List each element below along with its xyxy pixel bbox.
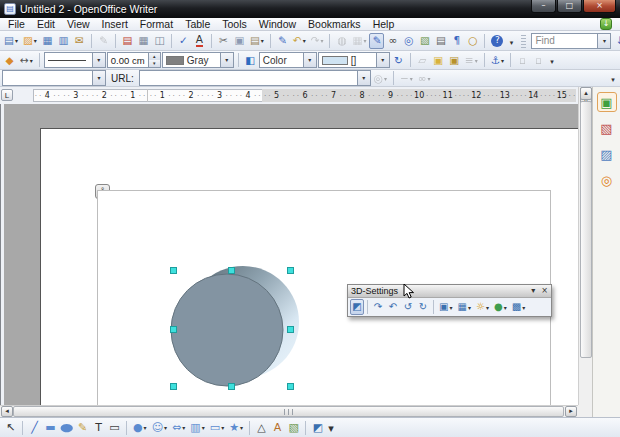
scroll-up-button[interactable]: ▴ xyxy=(580,87,592,100)
format-paintbrush-button[interactable]: ✎▾ xyxy=(275,33,290,49)
area-style-button[interactable]: ◧▾ xyxy=(243,52,258,68)
paste-button[interactable]: ▤▾ xyxy=(248,33,266,49)
surface-button[interactable]: ●▾ xyxy=(492,299,509,315)
drawing-toolbar-overflow-button[interactable]: ▾▾ xyxy=(326,420,336,436)
document-area[interactable]: ⚓ 3D-Settings xyxy=(4,104,578,405)
selection-handle[interactable] xyxy=(287,267,294,274)
send-to-back-button[interactable]: ▣▾ xyxy=(447,52,462,68)
symbol-shapes-button[interactable]: ☺▾ xyxy=(150,420,169,436)
selection-handle[interactable] xyxy=(170,326,177,333)
maximize-button[interactable]: □ xyxy=(557,0,582,13)
redo-button[interactable]: ↷▾ xyxy=(309,33,326,49)
text-button[interactable]: T▾ xyxy=(91,420,106,436)
shadow-button[interactable]: ▱▾ xyxy=(415,52,430,68)
fill-color-combobox[interactable]: [] ▾ xyxy=(318,52,390,68)
insert-table-button[interactable]: ▦▾ xyxy=(350,33,368,49)
object-toolbar-overflow-button[interactable]: ▾▾ xyxy=(547,52,557,68)
depth-button[interactable]: ▣▾ xyxy=(437,299,454,315)
menu-item[interactable]: Tools xyxy=(216,18,253,30)
lighting-button[interactable]: ☼▾ xyxy=(474,299,491,315)
menu-item[interactable]: Help xyxy=(367,18,401,30)
copy-button[interactable]: ▣▾ xyxy=(232,33,247,49)
line-color-combobox[interactable]: Gray ▾ xyxy=(162,52,234,68)
line-color-dropdown-icon[interactable]: ▾ xyxy=(220,53,233,67)
extrusion-on-off-button[interactable]: ◩▾ xyxy=(350,299,364,315)
page-preview-button[interactable]: ◫▾ xyxy=(152,33,167,49)
fontwork-gallery-button[interactable]: A▾ xyxy=(270,420,285,436)
standard-toolbar-overflow-button[interactable]: ▾▾ xyxy=(506,33,516,49)
tab-stop-selector[interactable]: L xyxy=(1,89,13,101)
menu-item[interactable]: Insert xyxy=(96,18,134,30)
vertical-scrollbar-thumb[interactable] xyxy=(580,101,592,358)
fill-color-dropdown-icon[interactable]: ▾ xyxy=(376,53,389,67)
freeform-line-button[interactable]: ✎▾ xyxy=(75,420,90,436)
help-button[interactable]: ?▾ xyxy=(489,33,505,49)
direction-button[interactable]: ▦▾ xyxy=(455,299,472,315)
fill-type-dropdown-icon[interactable]: ▾ xyxy=(303,53,316,67)
navigator-button[interactable]: ◎▾ xyxy=(401,33,416,49)
save-button[interactable]: ▦▾ xyxy=(40,33,55,49)
tilt-down-button[interactable]: ↷▾ xyxy=(371,299,385,315)
rectangle-button[interactable]: ▬▾ xyxy=(43,420,58,436)
nonprinting-characters-button[interactable]: ¶▾ xyxy=(449,33,464,49)
find-next-button[interactable]: ↓▾ xyxy=(612,33,620,49)
horizontal-scrollbar[interactable]: ◂ ▸ xyxy=(0,405,578,417)
select-button[interactable]: ↖▾ xyxy=(3,420,18,436)
spin-down-icon[interactable]: ▾ xyxy=(149,60,160,67)
ungroup-button[interactable]: ▫▾ xyxy=(531,52,546,68)
tilt-right-button[interactable]: ↻▾ xyxy=(416,299,430,315)
scroll-right-button[interactable]: ▸ xyxy=(565,406,577,417)
selection-handle[interactable] xyxy=(287,383,294,390)
fill-type-combobox[interactable]: Color ▾ xyxy=(259,52,317,68)
menu-item[interactable]: View xyxy=(61,18,96,30)
menu-item[interactable]: Window xyxy=(253,18,302,30)
horizontal-scrollbar-thumb[interactable] xyxy=(13,406,564,417)
selection-handle[interactable] xyxy=(228,383,235,390)
line-width-spinner[interactable]: 0.00 cm ▴ ▾ xyxy=(107,52,161,68)
hyperlink-toolbar-overflow-button[interactable]: ▾▾ xyxy=(608,70,618,86)
open-button[interactable]: ▨▾ xyxy=(21,33,39,49)
threed-settings-titlebar[interactable]: 3D-Settings ▾ × xyxy=(348,285,551,298)
line-tool-button[interactable]: ╱▾ xyxy=(27,420,42,436)
selection-handle[interactable] xyxy=(228,267,235,274)
data-sources-button[interactable]: ▤▾ xyxy=(433,33,448,49)
menu-item[interactable]: Format xyxy=(134,18,179,30)
menu-item[interactable]: Edit xyxy=(31,18,61,30)
images-icon[interactable]: ▧ xyxy=(597,118,617,138)
tilt-left-button[interactable]: ↺▾ xyxy=(401,299,415,315)
line-style-combobox[interactable]: ▾ xyxy=(44,52,106,68)
url-dropdown-icon[interactable]: ▾ xyxy=(357,71,370,85)
callouts-button[interactable]: ▭▾ xyxy=(208,420,226,436)
hyperlink-type-button[interactable]: −▾ xyxy=(398,70,415,86)
stars-button[interactable]: ★▾ xyxy=(227,420,245,436)
menu-item[interactable]: File xyxy=(2,18,31,30)
selection-handle[interactable] xyxy=(287,326,294,333)
cut-button[interactable]: ✂▾ xyxy=(216,33,231,49)
extrusion-on-off-toggle[interactable]: ◩▾ xyxy=(310,420,325,436)
callout-button[interactable]: ▭▾ xyxy=(107,420,122,436)
hyperlink-button[interactable]: ◍▾ xyxy=(334,33,349,49)
power-icon[interactable]: ◎ xyxy=(597,170,617,190)
arrow-style-button[interactable]: ↔▾ xyxy=(18,52,35,68)
close-icon[interactable]: × xyxy=(541,287,548,295)
update-available-icon[interactable]: ↓ xyxy=(600,18,612,30)
ruler-scale[interactable]: 4321123456789101112131415 xyxy=(33,89,576,102)
export-pdf-button[interactable]: ▤▾ xyxy=(120,33,135,49)
basic-shapes-button[interactable]: ●▾ xyxy=(131,420,149,436)
minimize-button[interactable]: – xyxy=(531,0,556,13)
spellcheck-button[interactable]: ✓▾ xyxy=(176,33,191,49)
spin-up-icon[interactable]: ▴ xyxy=(149,53,160,60)
scroll-left-button[interactable]: ◂ xyxy=(1,406,13,417)
find-dropdown-icon[interactable]: ▾ xyxy=(597,34,610,48)
group-button[interactable]: ▫▾ xyxy=(515,52,530,68)
bring-to-front-button[interactable]: ▣▾ xyxy=(431,52,446,68)
anchor-button[interactable]: ⚓▾ xyxy=(489,52,506,68)
zoom-button[interactable]: ○▾ xyxy=(465,33,480,49)
save-as-button[interactable]: ▥▾ xyxy=(56,33,71,49)
threed-settings-toolbar[interactable]: 3D-Settings ▾ × ◩▾↷▾↶▾↺▾↻▾▣▾▦▾☼▾●▾▩▾ xyxy=(347,284,552,317)
url-name-dropdown-icon[interactable]: ▾ xyxy=(92,71,105,85)
menu-item[interactable]: Bookmarks xyxy=(302,18,367,30)
ellipse-button[interactable]: ●▾ xyxy=(59,420,74,436)
toolbar-grip[interactable] xyxy=(521,34,526,48)
undo-button[interactable]: ↶▾ xyxy=(291,33,308,49)
